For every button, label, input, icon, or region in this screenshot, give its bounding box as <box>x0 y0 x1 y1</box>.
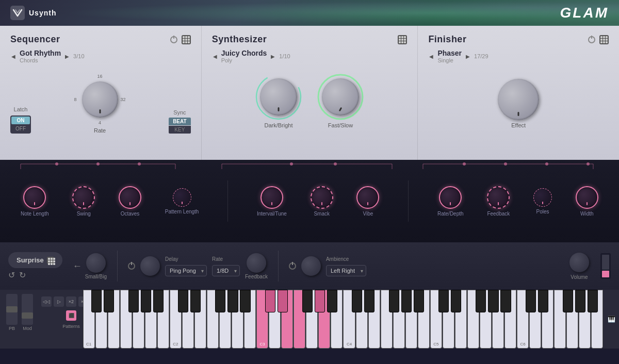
black-key-oct2-2[interactable] <box>215 290 225 312</box>
black-key-oct3-0[interactable] <box>265 290 275 312</box>
black-key-oct4-3[interactable] <box>401 290 412 312</box>
width-knob[interactable] <box>576 186 598 209</box>
black-key-oct6-4[interactable] <box>588 290 598 312</box>
redo-button[interactable]: ↻ <box>19 270 26 280</box>
black-key-oct3-2[interactable] <box>302 290 313 312</box>
finisher-prev-btn[interactable]: ◀ <box>428 53 434 60</box>
rate-knob[interactable] <box>82 81 118 118</box>
volume-knob[interactable] <box>569 253 589 272</box>
black-key-oct5-2[interactable] <box>476 290 486 312</box>
delay-knob[interactable] <box>140 256 160 276</box>
black-key-oct1-1[interactable] <box>104 290 114 312</box>
black-key-oct1-0[interactable] <box>91 290 102 312</box>
black-key-oct6-1[interactable] <box>538 290 548 312</box>
sequencer-power-icon[interactable] <box>170 36 177 43</box>
black-key-oct6-3[interactable] <box>575 290 585 312</box>
pattern-length-knob[interactable] <box>173 188 191 207</box>
black-key-oct2-4[interactable] <box>240 290 250 312</box>
mod-knob-swing: Swing <box>72 186 95 217</box>
black-key-oct4-0[interactable] <box>352 290 362 312</box>
poles-label: Poles <box>536 209 549 214</box>
sync-toggle[interactable]: BEAT KEY <box>169 118 190 134</box>
strip-divider-2 <box>278 251 279 282</box>
surprise-button[interactable]: Surprise <box>8 252 62 268</box>
finisher-grid-btn[interactable] <box>599 35 609 44</box>
note-length-knob[interactable] <box>23 186 46 209</box>
black-key-oct6-2[interactable] <box>563 290 573 312</box>
pattern-btn-play[interactable]: ▷ <box>54 296 64 307</box>
pb-slider[interactable] <box>6 294 18 325</box>
rate-select[interactable]: 1/8D <box>212 265 240 276</box>
ambience-knob[interactable] <box>301 256 321 276</box>
delay-power-icon[interactable] <box>128 262 135 270</box>
black-key-oct1-2[interactable] <box>128 290 139 312</box>
synth-next-btn[interactable]: ▶ <box>270 53 276 60</box>
black-key-oct5-3[interactable] <box>488 290 498 312</box>
ambience-label: Ambience <box>326 256 366 262</box>
finisher-module: Finisher ◀ Phaser Single ▶ 17/29 <box>418 26 619 160</box>
pattern-btn-x2[interactable]: ×2 <box>66 296 76 307</box>
arrow-left-icon: ← <box>73 261 82 272</box>
black-key-oct4-4[interactable] <box>414 290 424 312</box>
black-key-oct5-4[interactable] <box>500 290 511 312</box>
volume-meter <box>600 253 611 279</box>
black-key-oct3-3[interactable] <box>315 290 325 312</box>
sequencer-prev-btn[interactable]: ◀ <box>10 53 17 60</box>
sync-section: Sync BEAT KEY <box>169 109 190 134</box>
black-key-oct1-4[interactable] <box>153 290 164 312</box>
swing-knob[interactable] <box>72 186 95 209</box>
interval-knob[interactable] <box>260 186 283 209</box>
rate-depth-knob[interactable] <box>439 186 462 209</box>
keyboard-right-btn[interactable]: 🎹 <box>604 290 619 349</box>
synth-title: Synthesizer <box>212 34 267 45</box>
black-key-oct3-1[interactable] <box>278 290 288 312</box>
black-key-oct2-3[interactable] <box>227 290 238 312</box>
black-key-oct4-1[interactable] <box>364 290 374 312</box>
effect-knob[interactable] <box>498 79 539 120</box>
smack-knob[interactable] <box>311 186 333 209</box>
black-key-oct2-1[interactable] <box>190 290 201 312</box>
black-key-oct6-0[interactable] <box>526 290 536 312</box>
darkbright-knob[interactable] <box>260 78 297 115</box>
black-key-oct5-1[interactable] <box>451 290 461 312</box>
ambience-power-icon[interactable] <box>289 262 296 270</box>
pattern-btn-square[interactable]: ⬛ <box>66 310 76 321</box>
sequencer-grid-btn[interactable] <box>182 35 191 44</box>
pb-label: PB <box>9 326 15 331</box>
octaves-knob[interactable] <box>119 186 141 209</box>
synth-prev-btn[interactable]: ◀ <box>212 53 218 60</box>
black-key-oct2-0[interactable] <box>178 290 188 312</box>
delay-type-wrap: Ping Pong <box>165 265 207 276</box>
synthesizer-module: Synthesizer ◀ Juicy Chords Poly ▶ 1/10 <box>202 26 418 160</box>
undo-button[interactable]: ↺ <box>8 270 15 280</box>
small-big-knob[interactable] <box>86 253 106 273</box>
ambience-type-select[interactable]: Left Right <box>326 265 366 276</box>
feedback-knob[interactable] <box>487 186 510 209</box>
finisher-power-icon[interactable] <box>588 36 595 43</box>
mod-knob-note-length: Note Length <box>21 186 49 217</box>
mod-slider[interactable] <box>22 294 33 325</box>
svg-point-10 <box>545 162 548 166</box>
svg-point-7 <box>334 162 337 166</box>
mod-knob-smack: Smack <box>311 186 333 217</box>
black-key-oct1-3[interactable] <box>141 290 151 312</box>
rate-depth-label: Rate/Depth <box>437 211 464 217</box>
black-key-oct4-2[interactable] <box>389 290 399 312</box>
feedback-strip-knob[interactable] <box>247 253 266 273</box>
finisher-title: Finisher <box>428 34 466 45</box>
darkbright-knob-container: Dark/Bright <box>255 74 302 128</box>
finisher-next-btn[interactable]: ▶ <box>465 53 471 60</box>
poles-knob[interactable] <box>533 188 552 207</box>
sequencer-next-btn[interactable]: ▶ <box>64 53 70 60</box>
fastslow-knob[interactable] <box>322 78 359 115</box>
pattern-btn-back[interactable]: ◁◁ <box>41 296 52 307</box>
synth-grid-btn[interactable] <box>398 35 407 44</box>
latch-toggle[interactable]: ON OFF <box>10 115 31 134</box>
synth-knobs: Dark/Bright Fast/Slow <box>212 74 408 128</box>
vibe-knob[interactable] <box>356 186 379 209</box>
vol-bar-empty-top <box>602 255 609 270</box>
note-length-label: Note Length <box>21 211 49 217</box>
black-key-oct5-0[interactable] <box>438 290 449 312</box>
black-key-oct3-4[interactable] <box>327 290 337 312</box>
delay-type-select[interactable]: Ping Pong <box>165 265 207 276</box>
